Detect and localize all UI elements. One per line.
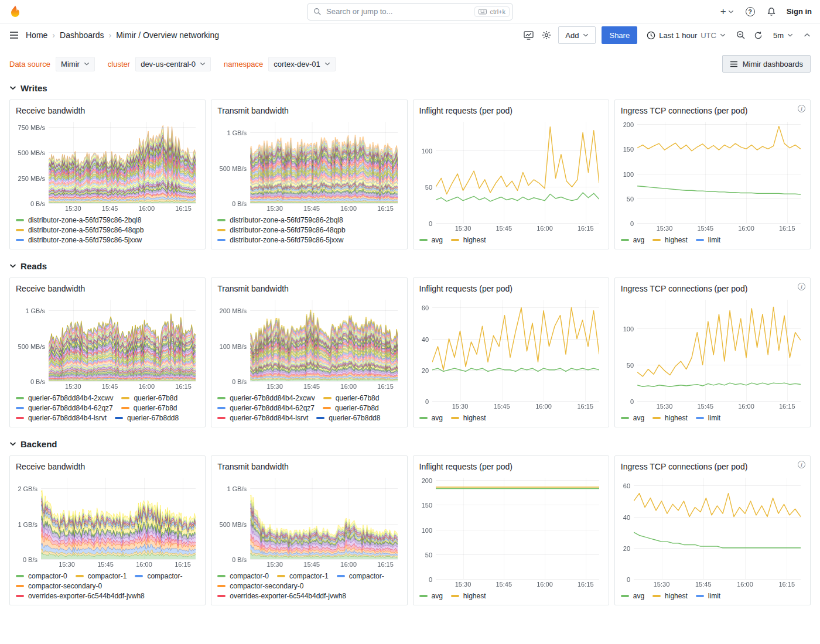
- legend-item[interactable]: querier-67b8dd84b4-62qz7: [16, 404, 113, 412]
- legend-item[interactable]: distributor-zone-a-56fd759c86-5jxxw: [16, 236, 142, 244]
- legend-item[interactable]: compactor-: [337, 572, 384, 580]
- legend-item[interactable]: highest: [451, 592, 486, 600]
- legend-item[interactable]: compactor-1: [277, 572, 329, 580]
- backend-transmit-bandwidth-chart[interactable]: [217, 474, 401, 569]
- new-menu-button[interactable]: +: [719, 5, 735, 18]
- legend-item[interactable]: highest: [451, 414, 486, 422]
- panel-title[interactable]: Receive bandwidth: [16, 284, 85, 293]
- legend-item[interactable]: compactor-0: [16, 572, 67, 580]
- legend-item[interactable]: limit: [696, 592, 720, 600]
- legend-item[interactable]: distributor-zone-a-56fd759c86-48qpb: [16, 226, 144, 234]
- writes-ingress-tcp-connections-per-pod-chart[interactable]: [621, 118, 804, 233]
- legend-item[interactable]: compactor-secondary-0: [217, 582, 303, 590]
- legend-item[interactable]: distributor-zone-a-56fd759c86-5jxxw: [217, 236, 343, 244]
- writes-inflight-requests-per-pod-chart[interactable]: [419, 118, 603, 233]
- mega-menu-button[interactable]: [8, 30, 20, 40]
- legend-item[interactable]: highest: [652, 592, 688, 600]
- legend-item[interactable]: avg: [419, 236, 443, 244]
- help-button[interactable]: ?: [744, 6, 756, 18]
- legend-item[interactable]: limit: [696, 236, 720, 244]
- sign-in-link[interactable]: Sign in: [787, 7, 812, 16]
- add-button[interactable]: Add: [558, 26, 596, 44]
- legend-item[interactable]: querier-67b8d: [323, 404, 379, 412]
- cluster-picker[interactable]: dev-us-central-0: [135, 57, 211, 71]
- backend-inflight-requests-per-pod-chart[interactable]: [419, 474, 603, 589]
- panel-title[interactable]: Receive bandwidth: [16, 106, 85, 115]
- panel-info-icon[interactable]: i: [798, 283, 805, 290]
- dashboard-settings-button[interactable]: [541, 29, 552, 41]
- legend-item[interactable]: querier-67b8dd84b4-lsrvt: [217, 414, 308, 422]
- panel-title[interactable]: Inflight requests (per pod): [419, 462, 513, 471]
- legend-item[interactable]: avg: [621, 236, 644, 244]
- time-range-picker[interactable]: Last 1 hour UTC: [643, 26, 729, 44]
- legend-item[interactable]: compactor-1: [76, 572, 127, 580]
- legend-item[interactable]: distributor-zone-a-56fd759c86-2bql8: [217, 216, 343, 224]
- namespace-picker[interactable]: cortex-dev-01: [268, 57, 335, 71]
- legend-label: avg: [633, 236, 644, 244]
- legend-item[interactable]: querier-67b8dd84b4-2xcwv: [217, 394, 315, 402]
- mimir-dashboards-button[interactable]: Mimir dashboards: [722, 55, 811, 73]
- backend-receive-bandwidth-chart[interactable]: [16, 474, 199, 569]
- panel-title[interactable]: Transmit bandwidth: [217, 106, 289, 115]
- panel-title[interactable]: Ingress TCP connections (per pod): [621, 106, 748, 115]
- legend-item[interactable]: limit: [696, 414, 720, 422]
- panel-info-icon[interactable]: i: [798, 105, 805, 112]
- reads-receive-bandwidth-chart[interactable]: [16, 296, 199, 391]
- legend-item[interactable]: highest: [652, 414, 688, 422]
- backend-ingress-tcp-connections-per-pod-chart[interactable]: [621, 474, 804, 589]
- writes-transmit-bandwidth-chart[interactable]: [217, 118, 401, 213]
- legend-item[interactable]: distributor-zone-a-56fd759c86-48qpb: [217, 226, 345, 234]
- panel-title[interactable]: Inflight requests (per pod): [419, 106, 513, 115]
- writes-receive-bandwidth-chart[interactable]: [16, 118, 199, 213]
- legend-item[interactable]: overrides-exporter-6c544b4ddf-jvwh8: [217, 592, 346, 600]
- legend-item[interactable]: querier-67b8dd84b4-lsrvt: [16, 414, 107, 422]
- panel-title[interactable]: Inflight requests (per pod): [419, 284, 513, 293]
- panel-title[interactable]: Ingress TCP connections (per pod): [621, 284, 748, 293]
- section-header-backend[interactable]: Backend: [9, 436, 811, 452]
- legend-item[interactable]: overrides-exporter-6c544b4ddf-jvwh8: [16, 592, 145, 600]
- legend-item[interactable]: highest: [652, 236, 688, 244]
- legend-marker: [115, 417, 123, 419]
- legend-item[interactable]: querier-67b8dd8: [115, 414, 179, 422]
- panel-title[interactable]: Receive bandwidth: [16, 462, 85, 471]
- legend-item[interactable]: avg: [419, 414, 443, 422]
- panel-info-icon[interactable]: i: [798, 461, 805, 468]
- refresh-interval-picker[interactable]: 5m: [770, 26, 797, 44]
- legend-item[interactable]: querier-67b8d: [121, 404, 177, 412]
- legend-item[interactable]: compactor-0: [217, 572, 269, 580]
- legend-item[interactable]: querier-67b8d: [121, 394, 177, 402]
- panel-title[interactable]: Ingress TCP connections (per pod): [621, 462, 748, 471]
- panel-title[interactable]: Transmit bandwidth: [217, 462, 289, 471]
- dashboard-insights-button[interactable]: [522, 30, 535, 41]
- reads-transmit-bandwidth-chart[interactable]: [217, 296, 401, 391]
- legend-item[interactable]: highest: [451, 236, 486, 244]
- share-button[interactable]: Share: [602, 26, 637, 44]
- section-header-reads[interactable]: Reads: [9, 258, 811, 274]
- section-header-writes[interactable]: Writes: [9, 80, 811, 96]
- breadcrumb-home[interactable]: Home: [26, 30, 47, 40]
- kiosk-mode-button[interactable]: [802, 32, 812, 39]
- legend-item[interactable]: compactor-secondary-0: [16, 582, 102, 590]
- legend-item[interactable]: avg: [621, 414, 644, 422]
- legend-item[interactable]: compactor-: [135, 572, 182, 580]
- grafana-logo[interactable]: [8, 5, 22, 19]
- legend-item[interactable]: querier-67b8dd84b4-62qz7: [217, 404, 315, 412]
- legend-item[interactable]: avg: [419, 592, 443, 600]
- legend-item[interactable]: querier-67b8dd84b4-2xcwv: [16, 394, 113, 402]
- datasource-picker[interactable]: Mimir: [56, 57, 95, 71]
- legend-label: avg: [633, 592, 644, 600]
- reads-ingress-tcp-connections-per-pod-chart[interactable]: [621, 296, 804, 411]
- legend-item[interactable]: avg: [621, 592, 644, 600]
- legend-item[interactable]: querier-67b8dd8: [316, 414, 380, 422]
- legend-item[interactable]: querier-67b8d: [323, 394, 380, 402]
- panel-title[interactable]: Transmit bandwidth: [217, 284, 289, 293]
- zoom-out-button[interactable]: [735, 29, 747, 41]
- chevron-down-icon: [200, 62, 206, 66]
- panel-legend: distributor-zone-a-56fd759c86-2bql8distr…: [217, 213, 401, 244]
- refresh-button[interactable]: [753, 30, 764, 41]
- breadcrumb-dashboards[interactable]: Dashboards: [60, 30, 104, 40]
- search-input[interactable]: Search or jump to... ctrl+k: [307, 3, 513, 20]
- legend-item[interactable]: distributor-zone-a-56fd759c86-2bql8: [16, 216, 141, 224]
- news-button[interactable]: [766, 6, 777, 18]
- reads-inflight-requests-per-pod-chart[interactable]: [419, 296, 603, 411]
